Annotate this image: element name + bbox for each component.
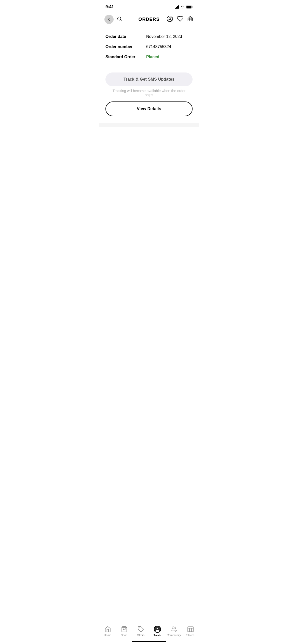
order-number-value: 67148755324: [146, 45, 171, 49]
battery-icon: [186, 5, 193, 9]
order-info-section: Order date November 12, 2023 Order numbe…: [99, 27, 199, 70]
signal-icon: [175, 5, 179, 9]
order-number-row: Order number 67148755324: [105, 45, 193, 49]
view-details-button[interactable]: View Details: [105, 101, 193, 116]
order-number-label: Order number: [105, 45, 146, 49]
svg-rect-2: [192, 6, 193, 7]
order-type-row: Standard Order Placed: [105, 55, 193, 59]
back-button[interactable]: [104, 15, 114, 24]
cart-button[interactable]: [187, 16, 194, 23]
order-date-value: November 12, 2023: [146, 34, 182, 39]
search-button[interactable]: [117, 16, 122, 23]
page-title: ORDERS: [125, 17, 173, 22]
order-status-badge: Placed: [146, 55, 159, 59]
section-divider: [99, 123, 199, 127]
buttons-section: Track & Get SMS Updates Tracking will be…: [99, 70, 199, 116]
order-date-row: Order date November 12, 2023: [105, 34, 193, 39]
wifi-icon: [181, 5, 185, 9]
profile-alert-button[interactable]: [167, 16, 173, 23]
track-sms-button[interactable]: Track & Get SMS Updates: [105, 72, 193, 86]
tracking-note: Tracking will become available when the …: [105, 89, 193, 97]
svg-rect-1: [186, 6, 191, 8]
svg-line-4: [120, 20, 122, 21]
svg-point-8: [170, 17, 172, 18]
svg-rect-9: [188, 18, 193, 21]
header: ORDERS: [99, 13, 199, 27]
status-bar: 9:41: [99, 0, 199, 13]
content-area: [99, 127, 199, 234]
header-left: [104, 15, 125, 24]
header-right: [173, 16, 194, 23]
order-date-label: Order date: [105, 34, 146, 39]
order-type-label: Standard Order: [105, 55, 146, 59]
status-time: 9:41: [105, 4, 114, 9]
status-icons: [175, 5, 193, 9]
wishlist-button[interactable]: [177, 16, 183, 23]
